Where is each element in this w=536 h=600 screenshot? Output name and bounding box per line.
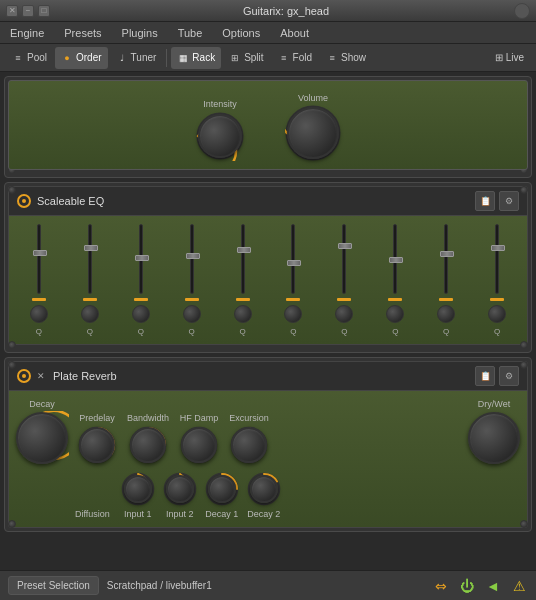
status-icons: ⇔ ⏻ ◄ ⚠ xyxy=(432,577,528,595)
eq-slider-6[interactable] xyxy=(291,224,295,294)
eq-slider-handle-10[interactable] xyxy=(491,245,505,251)
eq-q-label-8: Q xyxy=(392,327,398,336)
menu-about[interactable]: About xyxy=(276,25,313,41)
input1-knob[interactable] xyxy=(124,475,152,503)
eq-q-knob-6[interactable] xyxy=(284,305,302,323)
eq-indicator-9 xyxy=(439,298,453,301)
maximize-button[interactable]: □ xyxy=(38,5,50,17)
amp-panel-wrap: Intensity Volume xyxy=(4,76,532,178)
toolbar-tuner-label: Tuner xyxy=(131,52,157,63)
eq-indicator-2 xyxy=(83,298,97,301)
reverb-settings-button[interactable]: ⚙ xyxy=(499,366,519,386)
menu-options[interactable]: Options xyxy=(218,25,264,41)
toolbar-rack[interactable]: ▦ Rack xyxy=(171,47,221,69)
eq-slider-7[interactable] xyxy=(342,224,346,294)
toolbar-pool[interactable]: ≡ Pool xyxy=(6,47,53,69)
toolbar-live[interactable]: ⊞ Live xyxy=(489,49,530,66)
reverb-copy-button[interactable]: 📋 xyxy=(475,366,495,386)
menu-engine[interactable]: Engine xyxy=(6,25,48,41)
eq-q-knob-8[interactable] xyxy=(386,305,404,323)
decay1-label: Decay 1 xyxy=(205,509,238,519)
diffusion-label: Diffusion xyxy=(75,509,110,519)
eq-slider-handle-7[interactable] xyxy=(338,243,352,249)
input2-knob-wrap xyxy=(162,471,198,507)
warning-icon[interactable]: ⚠ xyxy=(510,577,528,595)
decay2-container: Decay 2 xyxy=(246,471,282,519)
eq-slider-10[interactable] xyxy=(495,224,499,294)
menu-tube[interactable]: Tube xyxy=(174,25,207,41)
toolbar-fold[interactable]: ≡ Fold xyxy=(272,47,318,69)
eq-slider-2[interactable] xyxy=(88,224,92,294)
eq-channel-9: Q xyxy=(422,224,470,336)
excursion-knob[interactable] xyxy=(231,427,267,463)
hfdamp-knob[interactable] xyxy=(181,427,217,463)
eq-q-knob-9[interactable] xyxy=(437,305,455,323)
decay-knob[interactable] xyxy=(16,412,68,464)
eq-slider-handle-9[interactable] xyxy=(440,251,454,257)
volume-knob-container: Volume xyxy=(285,93,341,161)
eq-slider-handle-8[interactable] xyxy=(389,257,403,263)
eq-channel-6: Q xyxy=(270,224,318,336)
eq-slider-handle-4[interactable] xyxy=(186,253,200,259)
eq-copy-button[interactable]: 📋 xyxy=(475,191,495,211)
eq-panel: Scaleable EQ 📋 ⚙ xyxy=(8,186,528,345)
volume-label: Volume xyxy=(298,93,328,103)
eq-channel-5: Q xyxy=(219,224,267,336)
decay2-knob-wrap xyxy=(246,471,282,507)
eq-slider-3[interactable] xyxy=(139,224,143,294)
eq-q-knob-7[interactable] xyxy=(335,305,353,323)
intensity-knob[interactable] xyxy=(198,114,242,158)
toolbar-order[interactable]: ● Order xyxy=(55,47,108,69)
menu-presets[interactable]: Presets xyxy=(60,25,105,41)
volume-knob[interactable] xyxy=(287,107,339,159)
decay-knob-container: Decay xyxy=(15,399,69,465)
eq-screw-br xyxy=(520,341,528,349)
decay2-knob[interactable] xyxy=(250,475,278,503)
minimize-button[interactable]: − xyxy=(22,5,34,17)
arrows-icon[interactable]: ⇔ xyxy=(432,577,450,595)
preset-selection-button[interactable]: Preset Selection xyxy=(8,576,99,595)
toolbar-pool-label: Pool xyxy=(27,52,47,63)
toolbar-show[interactable]: ≡ Show xyxy=(320,47,372,69)
eq-settings-button[interactable]: ⚙ xyxy=(499,191,519,211)
input-icon[interactable]: ◄ xyxy=(484,577,502,595)
eq-q-knob-1[interactable] xyxy=(30,305,48,323)
drywet-knob[interactable] xyxy=(468,412,520,464)
eq-q-knob-3[interactable] xyxy=(132,305,150,323)
eq-slider-4[interactable] xyxy=(190,224,194,294)
input2-container: Input 2 xyxy=(162,471,198,519)
bandwidth-knob[interactable] xyxy=(130,427,166,463)
eq-slider-8[interactable] xyxy=(393,224,397,294)
eq-indicator-7 xyxy=(337,298,351,301)
reverb-top-row: Decay Predela xyxy=(15,399,521,465)
eq-q-knob-10[interactable] xyxy=(488,305,506,323)
predelay-knob[interactable] xyxy=(79,427,115,463)
toolbar-split[interactable]: ⊞ Split xyxy=(223,47,269,69)
eq-slider-9[interactable] xyxy=(444,224,448,294)
reverb-power-button[interactable] xyxy=(17,369,31,383)
decay1-knob[interactable] xyxy=(208,475,236,503)
drywet-knob-wrap xyxy=(467,411,521,465)
eq-slider-handle-5[interactable] xyxy=(237,247,251,253)
eq-slider-5[interactable] xyxy=(241,224,245,294)
eq-slider-handle-3[interactable] xyxy=(135,255,149,261)
eq-power-button[interactable] xyxy=(17,194,31,208)
eq-q-knob-4[interactable] xyxy=(183,305,201,323)
eq-slider-1[interactable] xyxy=(37,224,41,294)
eq-slider-handle-6[interactable] xyxy=(287,260,301,266)
input2-knob[interactable] xyxy=(166,475,194,503)
eq-slider-handle-2[interactable] xyxy=(84,245,98,251)
eq-slider-handle-1[interactable] xyxy=(33,250,47,256)
window-menu-icon[interactable] xyxy=(514,3,530,19)
eq-q-knob-5[interactable] xyxy=(234,305,252,323)
power-icon[interactable]: ⏻ xyxy=(458,577,476,595)
toolbar-tuner[interactable]: ♩ Tuner xyxy=(110,47,163,69)
eq-q-knob-2[interactable] xyxy=(81,305,99,323)
close-button[interactable]: ✕ xyxy=(6,5,18,17)
toolbar-live-label: Live xyxy=(506,52,524,63)
toolbar-separator xyxy=(166,49,167,67)
reverb-panel-wrap: ✕ Plate Reverb 📋 ⚙ Decay xyxy=(4,357,532,532)
menu-plugins[interactable]: Plugins xyxy=(118,25,162,41)
eq-q-label-10: Q xyxy=(494,327,500,336)
eq-screw-tr xyxy=(520,186,528,194)
